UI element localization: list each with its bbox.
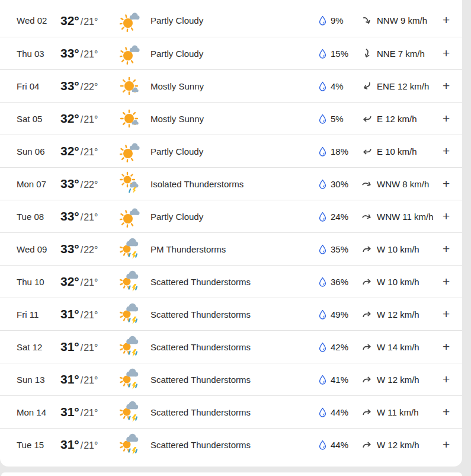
partly-cloudy-icon bbox=[120, 203, 142, 229]
droplet-icon bbox=[319, 309, 326, 320]
condition-label: Scattered Thunderstorms bbox=[150, 342, 319, 352]
condition-label: Partly Cloudy bbox=[150, 49, 319, 59]
wind-label: W 10 km/h bbox=[377, 277, 419, 287]
condition-label: Partly Cloudy bbox=[150, 15, 319, 25]
low-temp: 21° bbox=[84, 114, 98, 125]
partly-cloudy-icon bbox=[120, 8, 142, 34]
forecast-day-row[interactable]: Sat 12 31° / 21° Scattered Thunderstorms… bbox=[0, 330, 462, 363]
precip-percent: 35% bbox=[331, 244, 348, 254]
forecast-day-row[interactable]: Wed 09 33° / 22° PM Thunderstorms 35% bbox=[0, 232, 462, 265]
day-label: Wed 09 bbox=[17, 244, 60, 254]
wind-label: NNE 7 km/h bbox=[377, 49, 425, 59]
scattered-tstorms-icon bbox=[120, 334, 142, 360]
precip-percent: 9% bbox=[331, 15, 344, 25]
low-temp: 22° bbox=[84, 82, 98, 92]
daily-forecast-card: Wed 02 32° / 21° Partly Cloudy 9% bbox=[0, 0, 462, 467]
high-temp: 33° bbox=[60, 79, 79, 93]
expand-day-button[interactable]: + bbox=[441, 438, 462, 452]
wind-arrow-icon bbox=[362, 342, 372, 352]
droplet-icon bbox=[319, 15, 326, 25]
forecast-day-row[interactable]: Thu 03 33° / 21° Partly Cloudy 15% bbox=[0, 37, 462, 69]
precip-chance: 44% bbox=[319, 440, 362, 450]
day-label: Thu 10 bbox=[17, 277, 60, 287]
expand-day-button[interactable]: + bbox=[441, 145, 462, 158]
forecast-day-row[interactable]: Fri 11 31° / 21° Scattered Thunderstorms… bbox=[0, 298, 462, 330]
wind-label: E 10 km/h bbox=[377, 146, 417, 156]
expand-day-button[interactable]: + bbox=[441, 405, 462, 419]
temperature: 33° / 22° bbox=[60, 242, 120, 256]
wind-label: ENE 12 km/h bbox=[377, 81, 429, 91]
high-temp: 33° bbox=[60, 46, 79, 60]
forecast-day-row[interactable]: Wed 02 32° / 21° Partly Cloudy 9% bbox=[0, 4, 462, 37]
high-temp: 31° bbox=[60, 372, 79, 386]
expand-day-button[interactable]: + bbox=[441, 14, 462, 27]
precip-percent: 42% bbox=[331, 342, 348, 352]
wind: W 10 km/h bbox=[362, 244, 441, 254]
expand-day-button[interactable]: + bbox=[441, 373, 462, 386]
expand-day-button[interactable]: + bbox=[441, 242, 462, 256]
forecast-day-row[interactable]: Thu 10 32° / 21° Scattered Thunderstorms… bbox=[0, 265, 462, 298]
wind-label: NNW 9 km/h bbox=[377, 15, 427, 25]
droplet-icon bbox=[319, 114, 326, 124]
day-label: Mon 14 bbox=[17, 407, 60, 417]
day-label: Sun 13 bbox=[17, 375, 60, 385]
droplet-icon bbox=[319, 407, 326, 417]
precip-chance: 9% bbox=[319, 15, 362, 25]
scattered-tstorms-icon bbox=[120, 399, 142, 425]
low-temp: 22° bbox=[84, 245, 98, 255]
precip-percent: 5% bbox=[331, 114, 344, 124]
temperature: 32° / 21° bbox=[60, 14, 120, 28]
droplet-icon bbox=[319, 375, 326, 385]
wind: NNW 9 km/h bbox=[362, 15, 441, 25]
condition-label: Isolated Thunderstorms bbox=[150, 179, 319, 189]
partly-cloudy-icon bbox=[120, 138, 142, 164]
day-label: Sat 05 bbox=[17, 114, 60, 124]
expand-day-button[interactable]: + bbox=[441, 340, 462, 354]
condition-label: Scattered Thunderstorms bbox=[150, 309, 319, 320]
expand-day-button[interactable]: + bbox=[441, 47, 462, 60]
forecast-day-row[interactable]: Sun 13 31° / 21° Scattered Thunderstorms… bbox=[0, 363, 462, 395]
condition-label: Scattered Thunderstorms bbox=[150, 407, 319, 417]
day-label: Sat 12 bbox=[17, 342, 60, 352]
low-temp: 21° bbox=[84, 310, 98, 321]
expand-day-button[interactable]: + bbox=[441, 177, 462, 191]
expand-day-button[interactable]: + bbox=[441, 79, 462, 93]
droplet-icon bbox=[319, 212, 326, 222]
wind-label: W 14 km/h bbox=[377, 342, 419, 352]
expand-day-button[interactable]: + bbox=[441, 308, 462, 321]
expand-day-button[interactable]: + bbox=[441, 275, 462, 289]
temp-separator: / bbox=[81, 440, 83, 451]
day-label: Thu 03 bbox=[17, 49, 60, 59]
condition-label: Partly Cloudy bbox=[150, 212, 319, 222]
expand-day-button[interactable]: + bbox=[441, 112, 462, 126]
precip-percent: 44% bbox=[331, 407, 348, 417]
wind-label: W 10 km/h bbox=[377, 244, 419, 254]
wind-label: WNW 8 km/h bbox=[377, 179, 429, 189]
temperature: 32° / 21° bbox=[60, 111, 120, 126]
forecast-day-row[interactable]: Mon 14 31° / 21° Scattered Thunderstorms… bbox=[0, 395, 462, 428]
forecast-day-row[interactable]: Mon 07 33° / 22° Isolated Thunderstorms … bbox=[0, 167, 462, 200]
forecast-day-row[interactable]: Tue 08 33° / 21° Partly Cloudy 24% bbox=[0, 200, 462, 232]
wind-arrow-icon bbox=[362, 309, 372, 320]
temp-separator: / bbox=[81, 343, 83, 353]
forecast-day-row[interactable]: Sat 05 32° / 21° Mostly Sunny 5% bbox=[0, 102, 462, 135]
wind: E 10 km/h bbox=[362, 146, 441, 156]
temperature: 32° / 21° bbox=[60, 144, 120, 158]
precip-chance: 24% bbox=[319, 212, 362, 222]
droplet-icon bbox=[319, 146, 326, 156]
expand-day-button[interactable]: + bbox=[441, 210, 462, 223]
forecast-day-row[interactable]: Fri 04 33° / 22° Mostly Sunny 4% bbox=[0, 69, 462, 102]
condition-label: Scattered Thunderstorms bbox=[150, 375, 319, 385]
precip-percent: 15% bbox=[331, 49, 348, 59]
wind: W 12 km/h bbox=[362, 309, 441, 320]
high-temp: 32° bbox=[60, 274, 79, 289]
precip-chance: 41% bbox=[319, 375, 362, 385]
day-label: Mon 07 bbox=[17, 179, 60, 189]
forecast-day-row[interactable]: Sun 06 32° / 21° Partly Cloudy 18% bbox=[0, 135, 462, 167]
wind: W 14 km/h bbox=[362, 342, 441, 352]
mostly-sunny-icon bbox=[120, 106, 142, 132]
wind-arrow-icon bbox=[362, 244, 372, 254]
temperature: 33° / 21° bbox=[60, 46, 120, 60]
forecast-day-row[interactable]: Tue 15 31° / 21° Scattered Thunderstorms… bbox=[0, 428, 462, 461]
wind-label: WNW 11 km/h bbox=[377, 212, 434, 222]
